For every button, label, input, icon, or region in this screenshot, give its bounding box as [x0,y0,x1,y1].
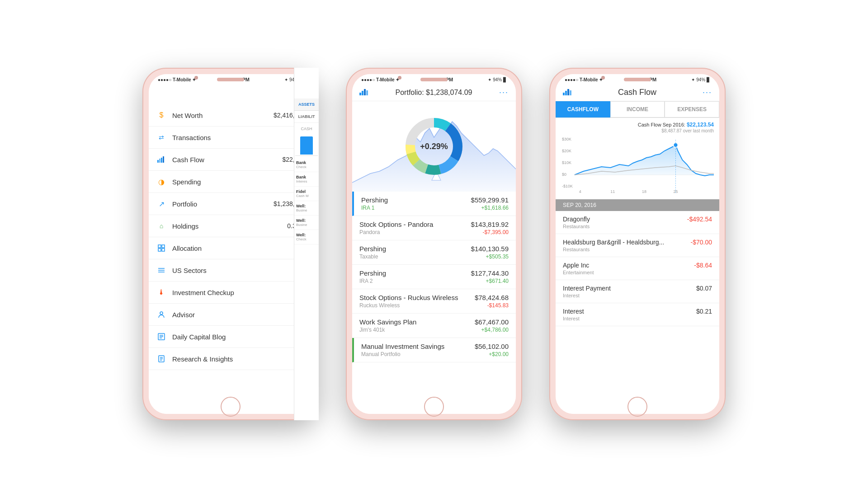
investment-checkup-icon: 🌡 [156,287,167,298]
svg-rect-27 [362,91,363,95]
transaction-list: Dragonfly -$492.54 Restaurants Healdsbur… [556,211,719,414]
portfolio-header: Portfolio: $1,238,074.09 ··· [352,84,516,101]
us-sectors-icon [156,265,167,276]
svg-text:$0: $0 [562,172,566,177]
menu-item-investment-checkup[interactable]: 🌡 Investment Checkup [149,282,312,304]
cashflow-info: Cash Flow Sep 2016: $22,123.54 $8,487.87… [561,122,714,133]
svg-rect-5 [156,97,157,102]
more-options-p3[interactable]: ··· [703,88,712,97]
portfolio-icon: ↗ [156,198,167,209]
investment-checkup-label: Investment Checkup [172,289,234,296]
allocation-label: Allocation [172,244,202,252]
svg-rect-0 [174,89,178,93]
menu-item-blog[interactable]: Daily Capital Blog [149,326,312,348]
svg-point-17 [160,312,163,314]
chart-icon-nav[interactable] [149,95,312,104]
bank-item-2: Bank Interes [294,172,319,187]
svg-rect-9 [163,156,164,163]
portfolio-item-pershing-ira2[interactable]: Pershing IRA 2 $127,744.30 +$671.40 [352,265,516,289]
svg-rect-42 [570,90,571,95]
portfolio-item-pershing-taxable[interactable]: Pershing Taxable $140,130.59 +$505.35 [352,240,516,265]
transactions-icon: ⇄ [156,132,167,143]
home-button-3[interactable] [627,397,647,417]
cashflow-tabs: CASHFLOW INCOME EXPENSES [556,101,719,118]
home-button-2[interactable] [424,397,444,417]
home-button-1[interactable] [221,397,241,417]
transaction-apple[interactable]: Apple Inc -$8.64 Entertainment [556,257,719,280]
advisor-icon [156,309,167,320]
portfolio-label: Portfolio [172,200,197,208]
phone-1: ●●●●○ T-Mobile ✦ 4:18 PM ✦ 94% ▊ [142,68,319,420]
holdings-icon: ⌂ [156,221,167,231]
advisor-label: Advisor [172,311,195,319]
menu-item-cashflow[interactable]: Cash Flow $22,124 [149,149,312,171]
chart-icon-p2[interactable] [359,88,368,97]
transactions-label: Transactions [172,134,211,141]
svg-rect-2 [149,99,151,102]
svg-point-1 [197,89,199,91]
svg-rect-4 [153,96,155,102]
menu-item-research[interactable]: Research & Insights [149,348,312,370]
svg-text:$10K: $10K [562,160,571,165]
flag-icon[interactable] [149,84,160,95]
svg-rect-39 [563,93,565,95]
portfolio-item-pandora[interactable]: Stock Options - Pandora Pandora $143,819… [352,216,516,240]
tab-cashflow[interactable]: CASHFLOW [556,101,610,117]
menu-list: $ Net Worth $2,416,717 ⇄ Transactions [149,104,312,414]
holdings-label: Holdings [172,222,198,230]
lock-icon[interactable] [170,84,181,95]
menu-item-spending[interactable]: ◑ Spending $0 [149,171,312,193]
menu-item-transactions[interactable]: ⇄ Transactions [149,127,312,149]
cashflow-icon [156,154,167,165]
portfolio-item-401k[interactable]: Work Savings Plan Jim's 401k $67,467.00 … [352,314,516,338]
menu-item-us-sectors[interactable]: US Sectors [149,259,312,282]
portfolio-chart-area: +0.29% [352,101,516,192]
svg-rect-13 [162,249,165,251]
tab-expenses[interactable]: EXPENSES [665,101,719,117]
transaction-interest[interactable]: Interest $0.21 Interest [556,303,719,326]
svg-rect-28 [364,89,366,95]
spending-label: Spending [172,178,201,186]
status-bar-2: ●●●●○ T-Mobile ✦ 4:18 PM ✦ 94% ▊ [352,74,516,84]
svg-rect-12 [158,249,161,251]
portfolio-list: Pershing IRA 1 $559,299.91 +$1,618.66 St… [352,192,516,414]
research-label: Research & Insights [172,355,233,363]
transaction-interest-payment[interactable]: Interest Payment $0.07 Interest [556,280,719,303]
wells-item-1: Well: Busine [294,201,319,216]
menu-item-net-worth[interactable]: $ Net Worth $2,416,717 [149,104,312,127]
overlay-panel: ASSETS LIABILIT CASH Bank Check Bank Int… [294,68,319,420]
more-options-p2[interactable]: ··· [499,88,509,97]
portfolio-item-manual[interactable]: Manual Investment Savings Manual Portfol… [352,338,516,362]
transaction-dragonfly[interactable]: Dragonfly -$492.54 Restaurants [556,211,719,234]
svg-text:11: 11 [610,189,615,194]
chart-icon-p3[interactable] [563,88,572,97]
research-icon [156,353,167,364]
cashflow-title: Cash Flow [618,88,656,97]
net-worth-label: Net Worth [172,112,203,119]
gear-icon[interactable] [192,84,203,95]
menu-item-holdings[interactable]: ⌂ Holdings 0.31% [149,215,312,237]
liabilities-tab[interactable]: LIABILIT [294,111,319,123]
assets-tab[interactable]: ASSETS [294,99,319,111]
cashflow-label: Cash Flow [172,156,204,164]
nav-header-1 [149,84,312,104]
portfolio-item-pershing-ira1[interactable]: Pershing IRA 1 $559,299.91 +$1,618.66 [352,192,516,216]
wells-item-3: Well: Check [294,230,319,244]
portfolio-item-ruckus[interactable]: Stock Options - Ruckus Wireless Ruckus W… [352,289,516,314]
menu-item-allocation[interactable]: Allocation [149,237,312,259]
menu-item-portfolio[interactable]: ↗ Portfolio $1,238,074 [149,193,312,215]
allocation-icon [156,243,167,253]
svg-rect-3 [151,98,153,102]
svg-text:-$10K: -$10K [562,184,573,188]
status-bar-1: ●●●●○ T-Mobile ✦ 4:18 PM ✦ 94% ▊ [149,74,312,84]
status-bar-3: ●●●●○ T-Mobile ✦ 4:18 PM ✦ 94% ▊ [556,74,719,84]
svg-text:4: 4 [579,189,581,194]
transaction-healdsburg[interactable]: Healdsburg Bar&grill - Healdsburg... -$7… [556,234,719,257]
menu-item-advisor[interactable]: Advisor [149,304,312,326]
svg-rect-10 [158,245,161,248]
phone-3: ●●●●○ T-Mobile ✦ 4:18 PM ✦ 94% ▊ Cash Fl… [549,68,726,420]
tab-income[interactable]: INCOME [610,101,665,117]
cashflow-sub: $8,487.87 over last month [661,128,714,133]
svg-rect-41 [567,89,569,95]
svg-rect-29 [366,90,368,95]
